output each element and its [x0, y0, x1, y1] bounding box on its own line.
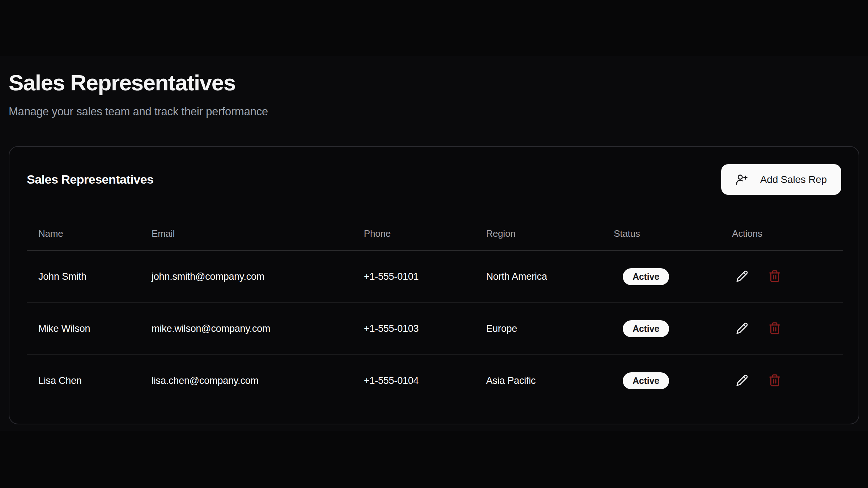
name-cell: John Smith [27, 251, 140, 303]
delete-button[interactable] [765, 266, 785, 287]
page-subtitle: Manage your sales team and track their p… [9, 105, 859, 119]
page: Sales Representatives Manage your sales … [0, 0, 868, 424]
column-header-name: Name [27, 206, 140, 251]
delete-button[interactable] [765, 318, 785, 339]
phone-cell: +1-555-0101 [352, 251, 475, 303]
actions-cell [720, 355, 843, 407]
region-cell: Europe [475, 303, 602, 355]
user-plus-icon [736, 174, 748, 186]
email-cell: mike.wilson@company.com [140, 303, 352, 355]
table-row: Lisa Chen lisa.chen@company.com +1-555-0… [27, 355, 843, 407]
edit-button[interactable] [732, 318, 752, 339]
column-header-actions: Actions [720, 206, 843, 251]
phone-cell: +1-555-0103 [352, 303, 475, 355]
delete-button[interactable] [765, 371, 785, 391]
actions-cell [720, 251, 843, 303]
status-cell: Active [602, 303, 720, 355]
edit-button[interactable] [732, 266, 752, 287]
actions-cell [720, 303, 843, 355]
status-cell: Active [602, 251, 720, 303]
column-header-email: Email [140, 206, 352, 251]
trash-icon [768, 322, 781, 336]
table-row: John Smith john.smith@company.com +1-555… [27, 251, 843, 303]
card-title: Sales Representatives [27, 172, 153, 187]
name-cell: Mike Wilson [27, 303, 140, 355]
edit-button[interactable] [732, 371, 752, 391]
region-cell: Asia Pacific [475, 355, 602, 407]
column-header-phone: Phone [352, 206, 475, 251]
add-sales-rep-button[interactable]: Add Sales Rep [721, 164, 841, 195]
email-cell: john.smith@company.com [140, 251, 352, 303]
status-badge: Active [623, 268, 669, 285]
column-header-region: Region [475, 206, 602, 251]
status-badge: Active [623, 320, 669, 337]
table-row: Mike Wilson mike.wilson@company.com +1-5… [27, 303, 843, 355]
status-cell: Active [602, 355, 720, 407]
region-cell: North America [475, 251, 602, 303]
pencil-icon [736, 270, 748, 283]
page-title: Sales Representatives [9, 71, 859, 95]
add-button-label: Add Sales Rep [760, 174, 827, 185]
pencil-icon [736, 322, 748, 335]
trash-icon [768, 374, 781, 388]
name-cell: Lisa Chen [27, 355, 140, 407]
trash-icon [768, 270, 781, 284]
phone-cell: +1-555-0104 [352, 355, 475, 407]
pencil-icon [736, 374, 748, 388]
sales-reps-table: Name Email Phone Region Status Actions J… [27, 206, 843, 407]
card-header: Sales Representatives Add Sales Rep [27, 164, 841, 195]
status-badge: Active [623, 372, 669, 389]
email-cell: lisa.chen@company.com [140, 355, 352, 407]
column-header-status: Status [602, 206, 720, 251]
sales-reps-card: Sales Representatives Add Sales Rep [9, 146, 859, 424]
table-header-row: Name Email Phone Region Status Actions [27, 206, 843, 251]
